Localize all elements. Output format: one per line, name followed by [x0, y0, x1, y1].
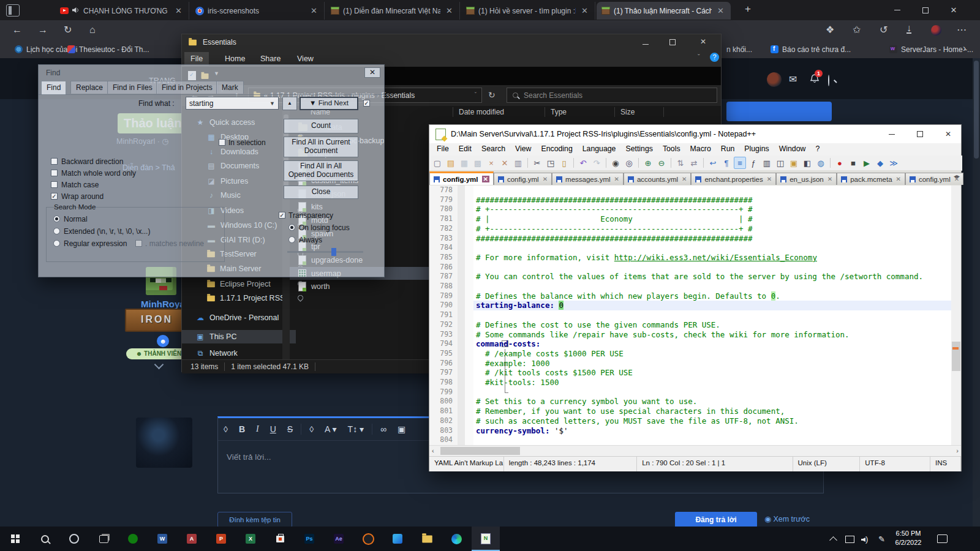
npp-minimize-button[interactable]: [878, 125, 906, 143]
forward-icon[interactable]: →: [38, 24, 48, 36]
save-icon[interactable]: ▦: [458, 157, 470, 169]
post-image-thumbnail[interactable]: [136, 418, 192, 468]
display-tray-icon[interactable]: [845, 536, 854, 543]
reply-input[interactable]: Viết trả lời...: [227, 452, 271, 462]
macro-play-icon[interactable]: ▶: [861, 157, 873, 169]
show-all-characters-icon[interactable]: ¶: [720, 157, 733, 169]
attach-file-button[interactable]: Đính kèm tệp tin: [217, 512, 292, 528]
tab-audio-icon[interactable]: [72, 7, 80, 15]
document-tab-close-icon[interactable]: ✕: [543, 176, 548, 182]
always-radio[interactable]: [288, 236, 295, 243]
taskbar-file-explorer-icon[interactable]: [413, 527, 441, 551]
document-tab[interactable]: messages.yml✕: [552, 173, 624, 185]
save-all-icon[interactable]: ▩: [472, 157, 484, 169]
close-button[interactable]: Close: [284, 186, 358, 199]
tab-find-in-projects[interactable]: Find in Projects: [156, 81, 218, 94]
menu-help[interactable]: ?: [810, 143, 824, 156]
menu-plugins[interactable]: Plugins: [739, 143, 774, 156]
tab-close-icon[interactable]: ✕: [309, 6, 319, 15]
document-tab-close-icon[interactable]: ✕: [767, 176, 772, 182]
menu-encoding[interactable]: Encoding: [536, 143, 577, 156]
new-file-icon[interactable]: ▢: [431, 157, 443, 169]
taskbar-media-app-icon[interactable]: [383, 527, 412, 551]
match-whole-word-checkbox[interactable]: [51, 170, 58, 176]
sidebar-item-this-pc[interactable]: ▣This PC: [182, 330, 296, 343]
matches-newline-checkbox[interactable]: [135, 240, 142, 247]
find-all-current-button[interactable]: Find All in Current Document: [284, 137, 358, 157]
remove-format-icon[interactable]: ◊: [224, 424, 228, 434]
downloads-icon[interactable]: ↓: [907, 24, 911, 34]
two-buttons-mode-checkbox[interactable]: ✓: [363, 100, 370, 107]
macro-stop-icon[interactable]: ■: [847, 157, 859, 169]
sync-scroll-v-icon[interactable]: ⇅: [674, 157, 687, 169]
document-map-icon[interactable]: ▥: [761, 157, 773, 169]
tab-close-icon[interactable]: ✕: [444, 6, 454, 15]
search-icon[interactable]: [828, 75, 829, 86]
word-wrap-icon[interactable]: ↩: [707, 157, 719, 169]
browser-tab[interactable]: iris-screenshots✕: [190, 2, 325, 20]
explorer-close-button[interactable]: ✕: [700, 37, 706, 46]
taskbar-xbox-icon[interactable]: [119, 527, 147, 551]
explorer-search-input[interactable]: Search Essentials: [507, 88, 717, 103]
page-scrollbar-thumb[interactable]: [974, 61, 979, 159]
help-icon[interactable]: ?: [710, 53, 719, 62]
document-tab[interactable]: pack.mcmeta✕: [837, 173, 905, 185]
tab-close-icon[interactable]: ✕: [579, 6, 590, 15]
close-all-icon[interactable]: ✕: [499, 157, 511, 169]
browser-tab[interactable]: (1) Thảo luận Minecraft - Cách tu✕: [597, 2, 731, 20]
document-tab[interactable]: config.yml✕: [494, 173, 552, 185]
preview-icon[interactable]: ◍: [815, 157, 827, 169]
transparency-checkbox[interactable]: ✓: [279, 212, 285, 219]
forum-avatar[interactable]: [767, 72, 782, 87]
column-header-size[interactable]: Size: [620, 106, 635, 118]
browser-tab[interactable]: (1) Diễn đàn Minecraft Việt Nam✕: [326, 2, 460, 20]
menu-language[interactable]: Language: [578, 143, 621, 156]
browser-close-button[interactable]: ✕: [940, 0, 968, 20]
npp-maximize-button[interactable]: [906, 125, 934, 143]
profile-avatar[interactable]: [931, 25, 941, 36]
taskbar-excel-icon[interactable]: X: [236, 527, 265, 551]
taskbar-after-effects-icon[interactable]: Ae: [325, 527, 353, 551]
taskbar-photoshop-icon[interactable]: Ps: [295, 527, 323, 551]
document-tab[interactable]: en_us.json✕: [776, 173, 837, 185]
document-tab-close-icon[interactable]: ✕: [896, 176, 901, 182]
in-selection-checkbox[interactable]: [219, 139, 225, 146]
insert-image-icon[interactable]: ▣: [398, 424, 405, 434]
browser-tab[interactable]: CHẠNH LÒNG THƯƠNG CÔ✕: [55, 2, 189, 20]
cut-icon[interactable]: ✂: [531, 157, 543, 169]
macro-record-icon[interactable]: ●: [834, 157, 846, 169]
explorer-refresh-icon[interactable]: ↻: [488, 90, 496, 100]
taskbar-access-icon[interactable]: A: [178, 527, 206, 551]
folder-as-workspace-icon[interactable]: ▣: [788, 157, 800, 169]
scrollbar-thumb[interactable]: [440, 447, 520, 455]
ribbon-expand-chevron-icon[interactable]: ˇ: [698, 53, 700, 61]
bold-icon[interactable]: B: [239, 424, 245, 434]
taskbar-edge-icon[interactable]: [442, 527, 470, 551]
taskbar-store-icon[interactable]: [266, 527, 294, 551]
document-tab[interactable]: config.yml✕: [429, 171, 494, 185]
document-tab[interactable]: accounts.yml✕: [624, 173, 692, 185]
browser-minimize-button[interactable]: [883, 0, 911, 20]
zoom-in-icon[interactable]: ⊕: [642, 157, 654, 169]
browser-restore-button[interactable]: [911, 0, 940, 20]
taskbar-start-icon[interactable]: [1, 527, 29, 551]
find-icon[interactable]: ◉: [609, 157, 622, 169]
taskbar-powerpoint-icon[interactable]: P: [207, 527, 235, 551]
document-tab-close-icon[interactable]: ✕: [614, 176, 619, 182]
dialog-close-button[interactable]: ✕: [364, 67, 380, 78]
font-size-icon[interactable]: T↕ ▾: [348, 424, 364, 434]
indent-guide-icon[interactable]: ≡: [734, 157, 746, 169]
mail-icon[interactable]: ✉: [789, 73, 797, 85]
mode-regex-radio[interactable]: [53, 240, 60, 247]
tab-find-in-files[interactable]: Find in Files: [107, 81, 158, 94]
menu-settings[interactable]: Settings: [620, 143, 657, 156]
document-tab-close-icon[interactable]: ✕: [482, 176, 489, 182]
tab-close-icon[interactable]: ✕: [173, 6, 184, 15]
ribbon-tab-share[interactable]: Share: [254, 52, 287, 66]
sync-scroll-h-icon[interactable]: ⇄: [688, 157, 700, 169]
count-button[interactable]: Count: [284, 119, 358, 133]
sidebar-item-network[interactable]: ⧉Network: [182, 347, 296, 360]
font-family-icon[interactable]: A ▾: [325, 424, 336, 434]
strikethrough-icon[interactable]: S: [287, 424, 293, 434]
tray-expand-chevron-icon[interactable]: [829, 536, 837, 544]
